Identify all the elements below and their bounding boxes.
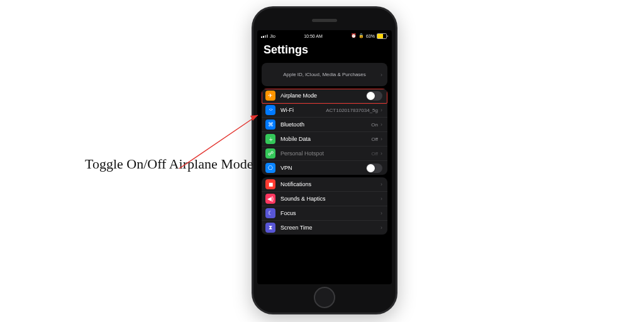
screentime-icon: ⧗ <box>265 223 275 233</box>
status-bar: Jio 10:50 AM ⏰ 🔒 63% <box>257 30 392 40</box>
mobile-icon: ⏚ <box>265 134 275 144</box>
vpn-toggle[interactable] <box>366 164 382 173</box>
settings-row-focus[interactable]: ☾Focus› <box>262 206 387 220</box>
battery-icon <box>377 33 388 39</box>
bluetooth-label: Bluetooth <box>280 121 369 128</box>
carrier-label: Jio <box>270 34 275 38</box>
chevron-right-icon: › <box>380 196 382 202</box>
chevron-right-icon: › <box>380 72 382 78</box>
settings-row-vpn[interactable]: ⎔VPN <box>262 160 387 175</box>
settings-group-notifications: ◼Notifications›◀︎)Sounds & Haptics›☾Focu… <box>262 177 387 235</box>
notifications-label: Notifications <box>280 181 378 187</box>
focus-label: Focus <box>280 210 378 216</box>
chevron-right-icon: › <box>380 210 382 216</box>
alarm-icon: ⏰ <box>351 33 357 38</box>
apple-id-label: Apple ID, iCloud, Media & Purchases <box>283 72 366 77</box>
settings-row-notifications[interactable]: ◼Notifications› <box>262 177 387 191</box>
wifi-icon: ⌔ <box>265 105 275 115</box>
chevron-right-icon: › <box>380 136 382 142</box>
status-time: 10:50 AM <box>304 34 323 38</box>
settings-row-sounds[interactable]: ◀︎)Sounds & Haptics› <box>262 191 387 206</box>
settings-row-hotspot[interactable]: ☍Personal HotspotOff› <box>262 146 387 160</box>
signal-icon <box>261 35 268 38</box>
hotspot-detail: Off <box>371 151 378 157</box>
chevron-right-icon: › <box>380 225 382 231</box>
page-title: Settings <box>257 40 392 60</box>
screentime-label: Screen Time <box>280 225 378 231</box>
vpn-icon: ⎔ <box>265 163 275 173</box>
chevron-right-icon: › <box>380 121 382 128</box>
airplane-toggle[interactable] <box>366 91 382 101</box>
sounds-label: Sounds & Haptics <box>280 196 378 202</box>
notifications-icon: ◼ <box>265 179 275 189</box>
mobile-detail: Off <box>371 136 378 142</box>
airplane-label: Airplane Mode <box>280 92 366 99</box>
sounds-icon: ◀︎) <box>265 194 275 204</box>
bluetooth-detail: On <box>371 122 378 128</box>
apple-id-cell[interactable]: Apple ID, iCloud, Media & Purchases › <box>262 63 387 86</box>
chevron-right-icon: › <box>380 181 382 187</box>
bluetooth-icon: ⌘ <box>265 119 275 130</box>
mobile-label: Mobile Data <box>280 136 369 142</box>
hotspot-label: Personal Hotspot <box>280 150 369 157</box>
phone-screen: Jio 10:50 AM ⏰ 🔒 63% Settings Apple ID, … <box>257 30 392 284</box>
settings-row-mobile[interactable]: ⏚Mobile DataOff› <box>262 131 387 146</box>
lock-icon: 🔒 <box>358 33 364 38</box>
vpn-label: VPN <box>280 165 366 171</box>
settings-row-airplane[interactable]: ✈Airplane Mode <box>262 89 387 103</box>
hotspot-icon: ☍ <box>265 148 275 158</box>
home-button[interactable] <box>314 287 335 308</box>
airplane-icon: ✈ <box>265 91 275 101</box>
focus-icon: ☾ <box>265 208 275 218</box>
phone-speaker <box>312 19 337 22</box>
chevron-right-icon: › <box>380 150 382 157</box>
wifi-label: Wi-Fi <box>280 107 323 113</box>
iphone-frame: Jio 10:50 AM ⏰ 🔒 63% Settings Apple ID, … <box>252 6 397 314</box>
battery-pct: 63% <box>366 34 375 38</box>
annotation-text: Toggle On/Off Airplane Mode <box>85 156 253 172</box>
settings-row-wifi[interactable]: ⌔Wi-FiACT102017837034_5g› <box>262 103 387 117</box>
wifi-detail: ACT102017837034_5g <box>326 108 378 113</box>
chevron-right-icon: › <box>380 107 382 113</box>
settings-row-bluetooth[interactable]: ⌘BluetoothOn› <box>262 117 387 131</box>
settings-group-connectivity: ✈Airplane Mode⌔Wi-FiACT102017837034_5g›⌘… <box>262 89 387 175</box>
settings-row-screentime[interactable]: ⧗Screen Time› <box>262 220 387 235</box>
